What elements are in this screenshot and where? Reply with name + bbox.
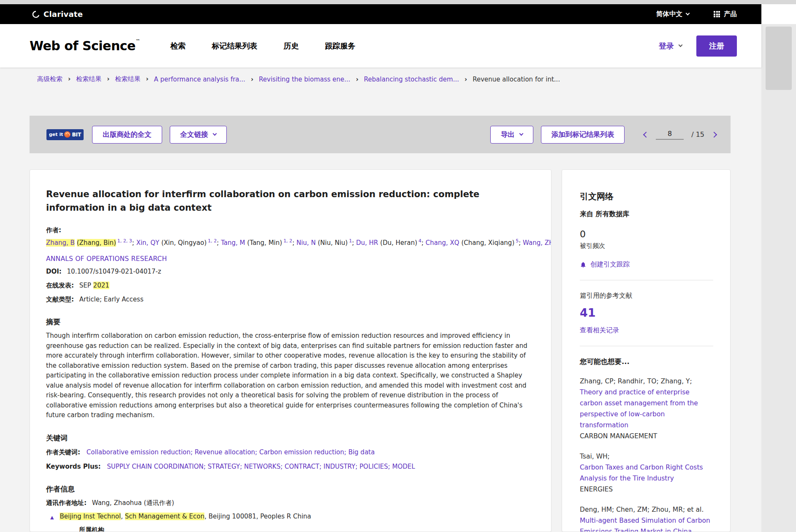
author-keywords-row: 作者关键词: Collaborative emission reductionR… <box>46 447 532 457</box>
keyword-plus-link[interactable]: POLICIES <box>359 463 392 470</box>
author-link[interactable]: Niu, N <box>296 239 316 247</box>
cited-references-label: 篇引用的参考文献 <box>580 291 713 300</box>
abstract-text: Though interfirm collaboration on carbon… <box>46 331 532 421</box>
authors-line: 作者: Zhang, B (Zhang, Bin)1, 2, 3Xin, QY … <box>46 225 527 248</box>
author-link[interactable]: Xin, QY <box>136 239 159 247</box>
author-link[interactable]: Tang, M <box>221 239 245 247</box>
cited-references-count[interactable]: 41 <box>580 306 596 319</box>
chevron-down-icon <box>686 11 690 16</box>
products-menu[interactable]: 产品 <box>714 10 737 19</box>
collapse-triangle-icon[interactable]: ▲ <box>50 513 54 523</box>
getit-bit-badge[interactable]: get it BIT <box>46 129 84 140</box>
full-text-links-label: 全文链接 <box>180 130 208 139</box>
author-link[interactable]: Chang, XQ <box>426 239 459 247</box>
author: Chang, XQ (Chang, Xiqiang)5 <box>426 239 523 247</box>
abstract-heading: 摘要 <box>46 317 532 327</box>
keyword-plus-link[interactable]: MODEL <box>392 463 415 470</box>
keyword-link[interactable]: Big data <box>348 448 375 456</box>
chevron-down-icon <box>212 132 217 136</box>
nav-history[interactable]: 历史 <box>283 41 299 51</box>
nav-alerts[interactable]: 跟踪服务 <box>325 41 355 51</box>
times-cited-label: 被引频次 <box>580 242 713 250</box>
author-affil-sup: 5 <box>516 238 519 244</box>
author-link[interactable]: Zhang, B <box>46 239 75 247</box>
web-of-science-logo[interactable]: Web of Science™ <box>30 38 140 53</box>
doi-row: DOI: 10.1007/s10479-021-04017-z <box>46 266 532 277</box>
nav-search[interactable]: 检索 <box>170 41 185 51</box>
author: Du, HR (Du, Heran)4 <box>356 239 426 247</box>
keyword-plus-link[interactable]: CONTRACT <box>285 463 323 470</box>
product-topbar: Clarivate 简体中文 产品 <box>0 4 761 24</box>
page-background: 高级检索 检索结果 检索结果 A performance analysis fr… <box>0 68 761 532</box>
doctype-row: 文献类型: Article; Early Access <box>46 294 532 304</box>
breadcrumb-advanced-search[interactable]: 高级检索 <box>37 75 76 83</box>
suggestion-title-link[interactable]: Theory and practice of enterprise carbon… <box>580 387 713 431</box>
author-link[interactable]: Wang, ZH <box>523 239 551 247</box>
scrollbar-track[interactable] <box>761 24 796 532</box>
breadcrumb-results-1[interactable]: 检索结果 <box>76 75 115 83</box>
article-title: Revenue allocation for interfirm collabo… <box>46 187 525 214</box>
doi-label: DOI: <box>46 268 62 275</box>
doctype-value: Article; Early Access <box>79 296 144 303</box>
language-label: 简体中文 <box>656 10 682 19</box>
keyword-link[interactable]: Revenue allocation <box>195 448 259 456</box>
next-record-button[interactable] <box>711 131 717 137</box>
previous-record-button[interactable] <box>643 131 649 137</box>
getit-label: get it <box>49 132 63 137</box>
add-to-marked-list-button[interactable]: 添加到标记结果列表 <box>541 126 625 144</box>
divider <box>580 280 713 280</box>
keywords-heading: 关键词 <box>46 433 532 443</box>
signin-menu[interactable]: 登录 <box>659 41 682 51</box>
nav-marked-list[interactable]: 标记结果列表 <box>212 41 257 51</box>
keyword-plus-link[interactable]: NETWORKS <box>244 463 285 470</box>
keyword-plus-link[interactable]: INDUSTRY <box>323 463 359 470</box>
author: Wang, ZH (Wang, Zhaohua)1, 2, 3 <box>523 239 551 247</box>
trademark-symbol: ™ <box>136 38 140 44</box>
breadcrumb-results-2[interactable]: 检索结果 <box>115 75 154 83</box>
author-keywords-label: 作者关键词: <box>46 448 80 456</box>
record-total: / 15 <box>691 130 704 138</box>
author: Xin, QY (Xin, Qingyao)1, 2 <box>136 239 221 247</box>
record-number-input[interactable] <box>656 130 684 140</box>
clarivate-logo[interactable]: Clarivate <box>32 10 83 19</box>
getit-globe-icon <box>64 131 71 138</box>
suggestion-title-link[interactable]: Carbon Taxes and Carbon Right Costs Anal… <box>580 462 713 484</box>
published-label: 在线发表: <box>46 282 74 289</box>
breadcrumb-record-3[interactable]: Rebalancing stochastic dem... <box>364 76 473 83</box>
suggestion-title-link[interactable]: Multi-agent Based Simulation of Carbon E… <box>580 515 713 532</box>
export-button[interactable]: 导出 <box>490 126 533 144</box>
full-text-links-button[interactable]: 全文链接 <box>170 126 227 144</box>
author-affil-sup: 4 <box>418 238 421 244</box>
keyword-link[interactable]: Carbon emission reduction <box>259 448 348 456</box>
export-label: 导出 <box>501 130 515 139</box>
author-affil-sup: 1 <box>349 238 352 244</box>
you-may-also-like-heading: 您可能也想要... <box>580 357 713 366</box>
author-affil-sup: 1, 2 <box>208 238 217 244</box>
from-all-databases: 来自 所有数据库 <box>580 210 713 219</box>
authors-label: 作者: <box>46 226 61 234</box>
clarivate-mark-icon <box>32 10 40 19</box>
author-link[interactable]: Du, HR <box>356 239 378 247</box>
view-related-records-link[interactable]: 查看相关记录 <box>580 326 619 335</box>
author: Niu, N (Niu, Niu)1 <box>296 239 356 247</box>
journal-link[interactable]: ANNALS OF OPERATIONS RESEARCH <box>46 255 167 263</box>
scrollbar-thumb[interactable] <box>766 27 792 90</box>
suggestion-item: Deng, HM; Chen, ZM; Zhou, MR; et al. Mul… <box>580 504 713 532</box>
keyword-link[interactable]: Collaborative emission reduction <box>87 448 195 456</box>
author: Tang, M (Tang, Min)1, 2 <box>221 239 296 247</box>
breadcrumb-current: Revenue allocation for int... <box>473 76 560 83</box>
keyword-plus-link[interactable]: STRATEGY <box>208 463 244 470</box>
keyword-plus-link[interactable]: SUPPLY CHAIN COORDINATION <box>107 463 208 470</box>
address-text: Beijing Inst Technol, Sch Management & E… <box>60 511 311 521</box>
breadcrumb-record-1[interactable]: A performance analysis fra... <box>154 76 259 83</box>
author-info-heading: 作者信息 <box>46 484 532 494</box>
breadcrumb-record-2[interactable]: Revisiting the biomass ene... <box>259 76 364 83</box>
address-row: ▲ Beijing Inst Technol, Sch Management &… <box>46 511 532 523</box>
getit-org-label: BIT <box>72 132 81 138</box>
chevron-down-icon <box>519 132 523 136</box>
create-citation-alert-link[interactable]: 创建引文跟踪 <box>580 260 713 269</box>
register-button[interactable]: 注册 <box>696 35 737 57</box>
corresponding-address-row: 通讯作者地址: Wang, Zhaohua (通讯作者) <box>46 498 532 508</box>
full-text-publisher-button[interactable]: 出版商处的全文 <box>92 126 162 144</box>
language-selector[interactable]: 简体中文 <box>656 10 689 19</box>
